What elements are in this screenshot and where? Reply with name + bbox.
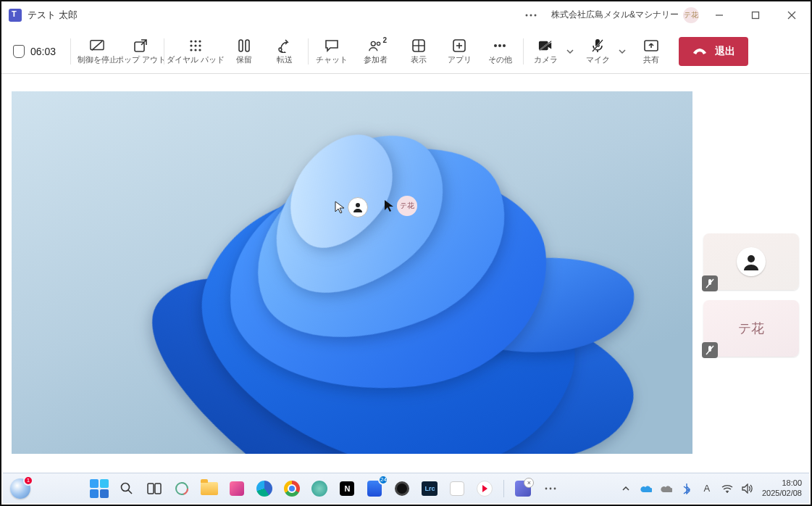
transfer-button[interactable]: 転送: [264, 31, 305, 72]
minimize-icon: [715, 11, 724, 20]
remote-cursor-1-avatar: [348, 197, 368, 217]
apps-button[interactable]: アプリ: [439, 31, 480, 72]
shared-screen-stage[interactable]: テ花: [12, 91, 692, 454]
svg-rect-20: [246, 40, 249, 51]
window-minimize-button[interactable]: [703, 4, 735, 26]
svg-point-0: [525, 14, 527, 16]
tray-wifi[interactable]: [721, 483, 733, 494]
taskbar-notion[interactable]: N: [337, 478, 357, 499]
svg-line-45: [128, 490, 132, 494]
ime-mode-label: A: [704, 483, 711, 494]
camera-options-chevron[interactable]: [563, 49, 577, 54]
present-button[interactable]: 表示: [398, 31, 439, 72]
more-title-menu[interactable]: [515, 4, 547, 26]
lightroom-icon: Lrc: [422, 481, 438, 496]
copilot-button[interactable]: [172, 478, 192, 499]
taskbar-youtube-music[interactable]: [474, 478, 495, 499]
chat-icon: [325, 38, 339, 53]
close-icon: [787, 11, 796, 20]
taskbar-explorer[interactable]: [199, 478, 219, 499]
edge-icon: [256, 481, 272, 497]
hold-button[interactable]: 保留: [224, 31, 264, 72]
people-icon: 2: [368, 38, 382, 53]
taskbar-generic-app-3[interactable]: [447, 478, 467, 499]
svg-point-30: [498, 44, 501, 47]
stage-wrapper: テ花: [1, 74, 811, 473]
camera-toggle[interactable]: カメラ: [527, 31, 579, 72]
call-participant-name: テスト 太郎: [28, 9, 509, 22]
call-info: 06:03: [9, 45, 67, 58]
remote-cursor-1: [335, 197, 368, 217]
tray-onedrive-2[interactable]: [661, 483, 672, 494]
tray-onedrive[interactable]: [640, 483, 652, 494]
taskbar-app-blue[interactable]: 24: [364, 478, 385, 499]
taskbar-edge[interactable]: [254, 478, 275, 499]
transfer-icon: [277, 38, 292, 53]
taskbar-generic-app-2[interactable]: [309, 478, 330, 499]
taskbar-chrome[interactable]: [282, 478, 302, 499]
task-view-button[interactable]: [144, 478, 164, 499]
tray-ime[interactable]: A: [701, 483, 713, 494]
clock-date: 2025/02/08: [762, 489, 802, 498]
separator: [523, 38, 524, 65]
chevron-down-icon: [566, 49, 574, 54]
window-maximize-button[interactable]: [740, 4, 771, 26]
tray-volume[interactable]: [742, 483, 753, 494]
svg-point-44: [122, 483, 130, 491]
tray-bluetooth[interactable]: [681, 483, 692, 494]
ellipsis-icon: [493, 38, 507, 53]
taskbar-overflow[interactable]: [540, 478, 561, 499]
separator: [164, 38, 164, 65]
start-button[interactable]: [89, 478, 109, 499]
svg-point-52: [554, 487, 556, 489]
svg-point-13: [190, 44, 192, 46]
leave-call-button[interactable]: 退出: [679, 37, 748, 66]
chat-button[interactable]: チャット: [311, 31, 352, 72]
play-circle-icon: [477, 481, 493, 497]
taskbar-search[interactable]: [117, 478, 137, 499]
svg-point-50: [545, 487, 548, 489]
svg-point-21: [371, 41, 375, 46]
taskbar-generic-app-1[interactable]: [227, 478, 247, 499]
mic-options-chevron[interactable]: [615, 49, 629, 54]
org-avatar[interactable]: テ花: [683, 7, 699, 23]
participants-count-badge: 2: [382, 36, 387, 44]
shield-icon[interactable]: [13, 45, 25, 58]
svg-point-1: [530, 14, 532, 16]
dialpad-button[interactable]: ダイヤル パッド: [167, 31, 224, 72]
maximize-icon: [751, 11, 760, 20]
app-badge-count: 24: [378, 475, 388, 485]
widgets-badge: 1: [23, 476, 33, 486]
taskbar-lightroom[interactable]: Lrc: [419, 478, 440, 499]
teams-icon: [515, 481, 531, 497]
participant-1-avatar: [737, 247, 766, 276]
taskbar-widgets-button[interactable]: 1: [10, 478, 30, 499]
window-close-button[interactable]: [776, 4, 808, 26]
tray-chevron[interactable]: [620, 483, 632, 494]
more-button[interactable]: その他: [480, 31, 520, 72]
svg-point-11: [194, 40, 196, 42]
speaker-icon: [742, 484, 753, 494]
svg-point-2: [534, 14, 536, 16]
participant-tile-2[interactable]: テ花: [703, 300, 799, 357]
org-name-label: 株式会社広島メタル&マシナリー: [551, 9, 679, 21]
share-button[interactable]: 共有: [631, 31, 671, 72]
pink-app-icon: [230, 481, 244, 496]
mic-toggle[interactable]: マイク: [579, 31, 631, 72]
popout-button[interactable]: ポップ アウト: [120, 31, 161, 72]
search-icon: [120, 482, 133, 495]
taskbar-separator: [503, 480, 504, 497]
taskbar-teams-running[interactable]: [513, 478, 533, 499]
call-timer: 06:03: [30, 46, 56, 57]
participant-tile-1[interactable]: [703, 233, 799, 290]
stop-control-button[interactable]: 制御を停止: [74, 31, 120, 72]
participants-button[interactable]: 2 参加者: [352, 31, 398, 72]
grid-icon: [411, 38, 426, 53]
clock-time: 18:00: [762, 478, 802, 488]
svg-point-22: [377, 42, 380, 45]
taskbar-clock[interactable]: 18:00 2025/02/08: [762, 478, 802, 497]
taskbar-obs[interactable]: [392, 478, 412, 499]
remote-cursor-2: テ花: [384, 196, 417, 216]
svg-point-53: [727, 492, 728, 493]
stop-control-icon: [90, 38, 104, 53]
